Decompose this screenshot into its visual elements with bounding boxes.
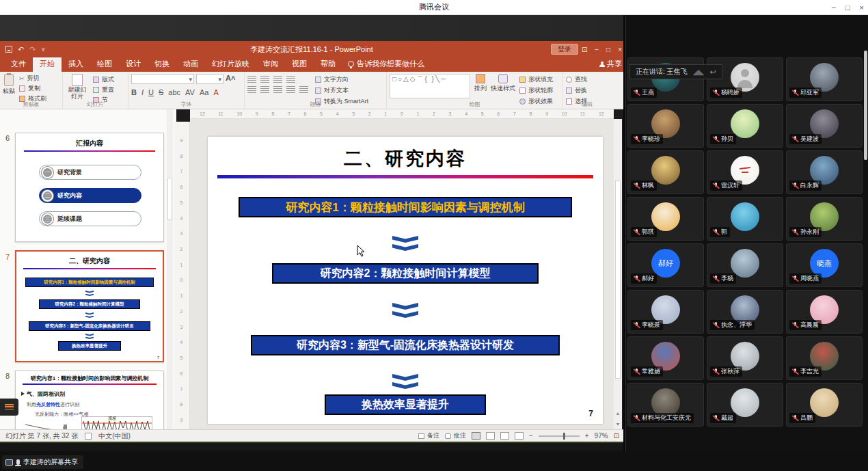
font-style-icon[interactable]: abc (168, 88, 180, 96)
participant-tile[interactable]: 郭琪 (627, 197, 704, 241)
font-name-select[interactable]: ▾ (131, 74, 194, 84)
language-status[interactable]: 中文(中国) (98, 431, 131, 441)
zoom-in-icon[interactable]: + (585, 432, 589, 440)
slideshow-button[interactable] (515, 432, 524, 440)
shape-fill-button[interactable]: 形状填充 (519, 75, 553, 84)
content-box-1[interactable]: 研究内容1：颗粒接触时间影响因素与调控机制 (239, 197, 572, 217)
participant-tile[interactable]: 戴超 (707, 383, 783, 427)
share-button[interactable]: 共享 (598, 57, 623, 72)
participant-tile[interactable]: 李晓珍 (627, 104, 704, 148)
ppt-minimize-icon[interactable]: − (595, 46, 599, 53)
thumbnail-scrollbar[interactable] (167, 109, 173, 429)
columns-icon[interactable] (299, 86, 308, 93)
font-style-icon[interactable]: I (141, 88, 144, 96)
spellcheck-icon[interactable] (85, 433, 92, 440)
shape-gallery[interactable]: □○△◇⌒{ }╲─ (390, 74, 470, 98)
ribbon-tab-帮助[interactable]: 帮助 (314, 57, 342, 72)
ribbon-tab-开始[interactable]: 开始 (33, 57, 62, 72)
next-slide-button[interactable]: ▼ (614, 420, 622, 429)
minimize-icon[interactable]: − (831, 3, 835, 12)
previous-slide-button[interactable]: ▲ (614, 409, 622, 418)
participant-tile[interactable]: 孙贝 (707, 104, 783, 148)
align-text-button[interactable]: 对齐文本 (315, 86, 368, 95)
font-size-select[interactable]: ▾ (196, 74, 223, 84)
ribbon-tab-文件[interactable]: 文件 (4, 57, 33, 72)
normal-view-button[interactable] (472, 432, 480, 440)
reply-arrow-icon[interactable]: ↩ (709, 68, 716, 77)
zoom-out-icon[interactable]: − (529, 432, 533, 440)
participant-tile[interactable]: 李吉光 (786, 336, 863, 380)
notes-button[interactable]: 备注 (418, 431, 439, 440)
tell-me-box[interactable]: 告诉我你想要做什么 (342, 57, 430, 72)
raise-hand-icon[interactable]: ◢◣ (693, 68, 705, 77)
participant-tile[interactable]: 孙永刚 (786, 197, 863, 241)
justify-icon[interactable] (286, 86, 295, 93)
content-box-2[interactable]: 研究内容2：颗粒接触时间计算模型 (272, 263, 539, 284)
bullets-icon[interactable] (247, 76, 256, 83)
replace-button[interactable]: 替换 (566, 86, 608, 95)
participant-tile[interactable]: 郝好郝好 (627, 243, 704, 287)
slide-sorter-view-button[interactable] (486, 432, 495, 440)
reset-button[interactable]: 重置 (93, 85, 114, 94)
participant-tile[interactable]: 晓燕周晓燕 (786, 243, 863, 287)
cut-button[interactable]: ✂剪切 (19, 74, 46, 83)
ribbon-tab-审阅[interactable]: 审阅 (256, 57, 285, 72)
participant-tile[interactable]: 邱亚军 (786, 57, 863, 101)
participants-scrollbar[interactable] (864, 51, 867, 160)
layout-button[interactable]: 版式 (93, 75, 114, 84)
shape-outline-button[interactable]: 形状轮廓 (519, 86, 553, 95)
font-style-icon[interactable]: U (148, 88, 154, 96)
font-style-icon[interactable]: AV (185, 88, 195, 96)
content-box-4[interactable]: 换热效率显著提升 (325, 394, 486, 415)
ribbon-display-icon[interactable]: ⊡ (582, 46, 587, 53)
ribbon-tab-设计[interactable]: 设计 (119, 57, 148, 72)
arrange-button[interactable]: 排列 (474, 74, 487, 93)
align-left-icon[interactable] (247, 86, 256, 93)
ribbon-tab-切换[interactable]: 切换 (148, 57, 176, 72)
participant-tile[interactable]: 执念、浮华 (707, 290, 783, 334)
participant-tile[interactable]: 林枫 (627, 150, 704, 194)
comments-button[interactable]: 批注 (445, 431, 466, 440)
participant-tile[interactable]: 吴建波 (786, 104, 863, 148)
participant-tile[interactable]: 李晓景 (627, 290, 704, 334)
align-right-icon[interactable] (273, 86, 282, 93)
ppt-close-icon[interactable]: × (618, 46, 622, 53)
participant-tile[interactable]: 吕鹏 (786, 383, 863, 427)
text-direction-button[interactable]: 文字方向 (315, 75, 368, 84)
maximize-icon[interactable]: □ (845, 3, 850, 12)
quick-styles-button[interactable]: 快速样式 (491, 74, 515, 93)
participant-tile[interactable]: 雷汉轩 (707, 150, 783, 194)
ribbon-tab-动画[interactable]: 动画 (176, 57, 205, 72)
zoom-slider[interactable] (539, 435, 580, 437)
participant-tile[interactable]: 高晨晨 (786, 290, 863, 334)
slide-canvas[interactable]: 二、研究内容 7 研究内容1：颗粒接触时间影响因素与调控机制研究内容2：颗粒接触… (208, 137, 603, 424)
font-style-icon[interactable]: Aa (200, 88, 208, 96)
zoom-level[interactable]: 97% (595, 432, 608, 440)
participant-tile[interactable]: 常雅媚 (627, 336, 704, 380)
numbering-icon[interactable] (260, 76, 269, 83)
ppt-maximize-icon[interactable]: □ (606, 46, 610, 53)
participant-tile[interactable]: 李杨 (707, 243, 783, 287)
meeting-floating-toolbar[interactable] (0, 399, 18, 416)
editor-scrollbar[interactable]: ▲ ▼ (614, 119, 622, 429)
ribbon-tab-插入[interactable]: 插入 (62, 57, 90, 72)
ribbon-tab-视图[interactable]: 视图 (285, 57, 314, 72)
find-button[interactable]: 查找 (566, 75, 608, 84)
slide-6-thumbnail[interactable]: 汇报内容 一研究背景二研究内容三延续课题 (15, 133, 164, 242)
align-center-icon[interactable] (260, 86, 269, 93)
grow-font-icon[interactable]: A˄ (226, 74, 235, 84)
font-style-icon[interactable]: A (213, 88, 218, 96)
fit-slide-icon[interactable]: ⊡ (614, 432, 619, 440)
copy-button[interactable]: 复制 (19, 84, 46, 93)
screen-share-banner[interactable]: 李建涛的屏幕共享 (2, 455, 83, 469)
indent-icon[interactable] (273, 76, 282, 83)
ribbon-tab-绘图[interactable]: 绘图 (90, 57, 119, 72)
close-icon[interactable]: × (860, 3, 864, 12)
paste-button[interactable]: 粘贴 (3, 74, 15, 103)
participant-tile[interactable]: 材料与化工安庆元 (627, 383, 704, 427)
participant-tile[interactable]: 张秋萍 (707, 336, 783, 380)
font-style-icon[interactable]: B (131, 88, 137, 96)
ribbon-tab-幻灯片放映[interactable]: 幻灯片放映 (205, 57, 256, 72)
line-spacing-icon[interactable] (286, 76, 295, 83)
slide-7-thumbnail[interactable]: 二、研究内容 7 研究内容1：颗粒接触时间影响因素与调控机制研究内容2：颗粒接触… (15, 250, 164, 362)
